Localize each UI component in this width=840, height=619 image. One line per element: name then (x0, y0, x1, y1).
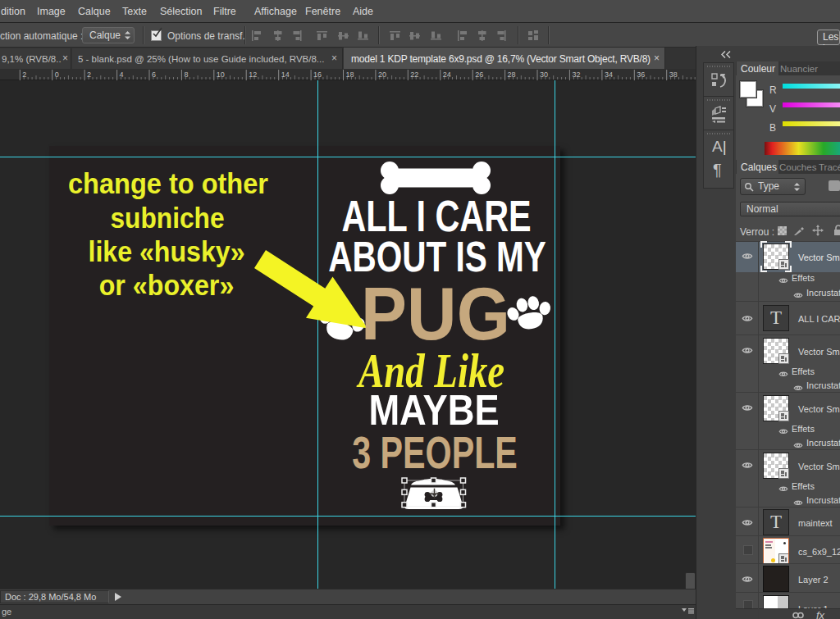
svg-text:2: 2 (22, 71, 26, 79)
svg-text:2: 2 (87, 71, 91, 79)
svg-text:6: 6 (152, 71, 156, 79)
svg-text:0: 0 (55, 71, 59, 79)
svg-text:4: 4 (120, 71, 124, 79)
svg-text:8: 8 (184, 71, 188, 79)
